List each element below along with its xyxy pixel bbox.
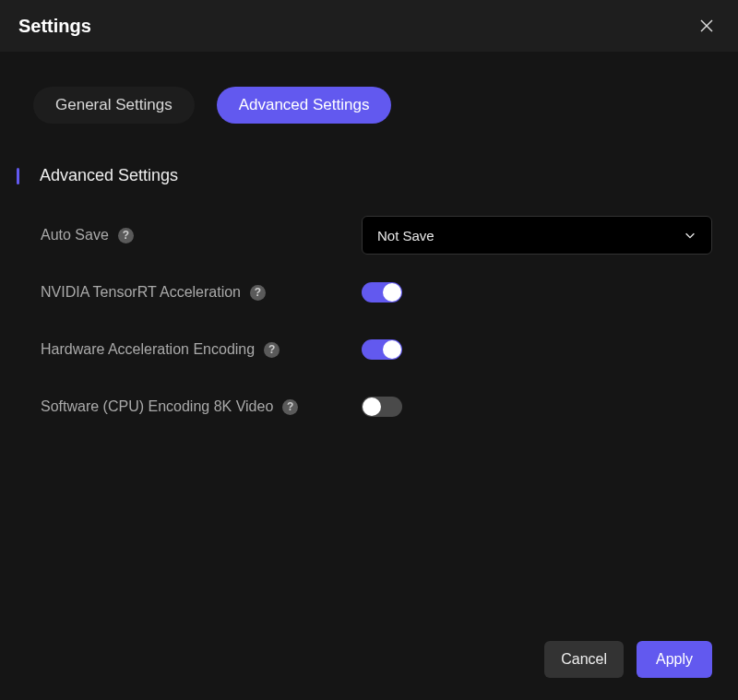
chevron-down-icon	[684, 229, 696, 242]
tab-general[interactable]: General Settings	[33, 87, 195, 124]
settings-rows: Auto Save ? Not Save NVIDIA TensorRT Acc…	[26, 215, 712, 427]
toggle-knob	[383, 340, 401, 359]
cpu8k-label: Software (CPU) Encoding 8K Video	[41, 398, 273, 415]
hwenc-toggle[interactable]	[362, 339, 402, 360]
section-header: Advanced Settings	[17, 166, 712, 185]
help-icon[interactable]: ?	[250, 285, 266, 301]
row-label-wrap: Hardware Acceleration Encoding ?	[41, 341, 362, 358]
row-cpu8k: Software (CPU) Encoding 8K Video ?	[41, 386, 712, 427]
titlebar: Settings	[0, 0, 738, 52]
cancel-button[interactable]: Cancel	[544, 641, 624, 678]
cpu8k-toggle[interactable]	[362, 397, 402, 417]
toggle-knob	[383, 283, 401, 302]
autosave-label: Auto Save	[41, 227, 109, 243]
help-icon[interactable]: ?	[118, 228, 134, 243]
autosave-value: Not Save	[377, 228, 434, 243]
tensorrt-label: NVIDIA TensorRT Acceleration	[41, 284, 241, 301]
section-title: Advanced Settings	[40, 166, 178, 185]
apply-button[interactable]: Apply	[637, 641, 712, 678]
row-label-wrap: Software (CPU) Encoding 8K Video ?	[41, 398, 362, 415]
hwenc-label: Hardware Acceleration Encoding	[41, 341, 255, 358]
toggle-knob	[363, 397, 381, 416]
help-icon[interactable]: ?	[282, 399, 298, 415]
close-button[interactable]	[694, 13, 720, 39]
autosave-select[interactable]: Not Save	[362, 216, 712, 255]
content: General Settings Advanced Settings Advan…	[0, 52, 738, 427]
row-label-wrap: NVIDIA TensorRT Acceleration ?	[41, 284, 362, 301]
row-label-wrap: Auto Save ?	[41, 227, 362, 243]
row-tensorrt: NVIDIA TensorRT Acceleration ?	[41, 272, 712, 313]
tab-advanced[interactable]: Advanced Settings	[217, 87, 392, 124]
row-autosave: Auto Save ? Not Save	[41, 215, 712, 255]
close-icon	[699, 18, 714, 33]
row-hwenc: Hardware Acceleration Encoding ?	[41, 329, 712, 370]
tensorrt-toggle[interactable]	[362, 282, 402, 303]
tabs: General Settings Advanced Settings	[26, 87, 712, 124]
section-marker	[17, 168, 19, 184]
help-icon[interactable]: ?	[264, 342, 280, 358]
footer-buttons: Cancel Apply	[544, 641, 712, 678]
page-title: Settings	[18, 16, 91, 37]
